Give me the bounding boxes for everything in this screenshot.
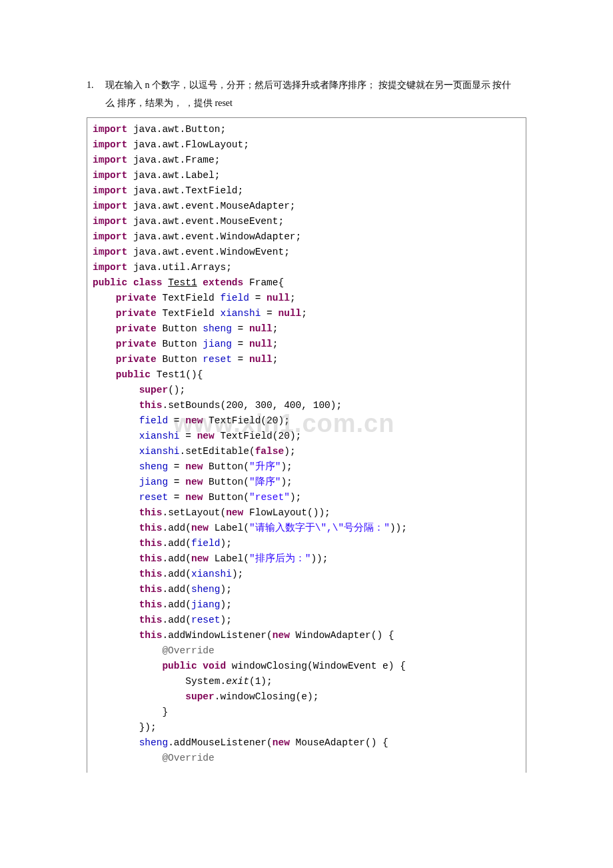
field-name: sheng	[139, 461, 169, 472]
code-text: });	[139, 722, 157, 733]
code-text: ();	[168, 385, 185, 395]
field-name: xianshi	[139, 446, 180, 457]
code-text: FlowLayout());	[243, 507, 330, 518]
kw-import: import	[93, 185, 127, 196]
field-name: jiang	[139, 477, 169, 487]
code-text: Button	[157, 354, 203, 365]
kw-public: public	[162, 661, 197, 671]
annotation: @Override	[162, 645, 214, 656]
code-text: }	[162, 707, 168, 717]
kw-new: new	[273, 630, 290, 641]
kw-import: import	[93, 262, 127, 273]
code-text: java.awt.event.MouseEvent;	[127, 216, 284, 227]
code-text: WindowAdapter() {	[290, 630, 394, 641]
kw-extends: extends	[203, 277, 243, 288]
field-name: sheng	[203, 323, 232, 334]
code-text: ;	[273, 339, 279, 349]
code-text: ;	[273, 354, 279, 365]
kw-private: private	[116, 308, 157, 319]
document-page: 1.现在输入 n 个数字，以逗号，分开；然后可选择升或者降序排序； 按提交键就在…	[0, 0, 613, 806]
code-text: java.awt.event.WindowAdapter;	[127, 231, 301, 242]
code-text: =	[232, 354, 249, 365]
kw-new: new	[185, 461, 203, 472]
field-name: xianshi	[191, 569, 232, 579]
field-name: jiang	[191, 599, 221, 610]
kw-new: new	[191, 553, 209, 564]
kw-new: new	[185, 415, 203, 426]
annotation: @Override	[162, 753, 214, 763]
code-block: import java.awt.Button; import java.awt.…	[87, 117, 526, 773]
code-text: =	[232, 323, 249, 334]
code-text: .add(	[162, 538, 191, 549]
question-line2: 么 排序，结果为， ，提供 reset	[87, 98, 233, 108]
kw-import: import	[93, 155, 127, 165]
kw-this: this	[139, 553, 163, 564]
field-name: reset	[191, 615, 221, 625]
code-text: TextField	[157, 293, 221, 303]
code-text: ;	[273, 323, 279, 334]
code-text: java.awt.TextField;	[127, 185, 243, 196]
code-text: Button(	[203, 461, 249, 472]
kw-import: import	[93, 247, 127, 257]
kw-private: private	[116, 339, 157, 349]
code-text: =	[168, 477, 185, 487]
kw-import: import	[93, 139, 127, 150]
kw-this: this	[139, 400, 163, 411]
kw-new: new	[197, 431, 215, 441]
code-text: .add(	[162, 615, 191, 625]
string-literal: "降序"	[249, 477, 281, 487]
code-text: java.awt.event.WindowEvent;	[127, 247, 290, 257]
code-text: .add(	[162, 553, 191, 564]
kw-null: null	[249, 323, 273, 334]
code-text: java.awt.event.MouseAdapter;	[127, 201, 295, 211]
code-text: (1);	[249, 676, 273, 687]
question-text: 1.现在输入 n 个数字，以逗号，分开；然后可选择升或者降序排序； 按提交键就在…	[87, 77, 526, 112]
code-text: =	[249, 293, 267, 303]
code-text: java.util.Arrays;	[127, 262, 232, 273]
kw-new: new	[226, 507, 243, 518]
code-text: Test1(){	[151, 369, 203, 380]
question-line1: 现在输入 n 个数字，以逗号，分开；然后可选择升或者降序排序； 按提交键就在另一…	[105, 80, 511, 90]
code-text: =	[180, 431, 197, 441]
kw-this: this	[139, 569, 163, 579]
code-text: .add(	[162, 584, 191, 595]
kw-class: class	[133, 277, 163, 288]
code-text: Button	[157, 339, 203, 349]
code-text: ));	[390, 523, 407, 533]
code-text: java.awt.Frame;	[127, 155, 220, 165]
kw-null: null	[249, 339, 273, 349]
code-text: java.awt.Button;	[127, 124, 226, 135]
code-text: );	[220, 615, 231, 625]
kw-new: new	[185, 477, 203, 487]
kw-super: super	[139, 385, 169, 395]
code-text: .add(	[162, 599, 191, 610]
code-text: =	[261, 308, 278, 319]
kw-this: this	[139, 523, 163, 533]
field-name: reset	[203, 354, 232, 365]
code-text: Button(	[203, 492, 249, 503]
code-text: .windowClosing(e);	[215, 691, 319, 702]
code-text: );	[284, 446, 295, 457]
code-text: );	[220, 538, 231, 549]
kw-this: this	[139, 584, 163, 595]
kw-import: import	[93, 170, 127, 181]
kw-this: this	[139, 615, 163, 625]
code-text: =	[168, 461, 185, 472]
kw-super: super	[185, 691, 215, 702]
kw-this: this	[139, 538, 163, 549]
code-text: TextField(20);	[215, 431, 302, 441]
code-text: MouseAdapter() {	[290, 737, 388, 748]
code-text: );	[281, 477, 292, 487]
field-name: sheng	[191, 584, 221, 595]
kw-null: null	[267, 293, 290, 303]
code-text: );	[281, 461, 292, 472]
code-text: =	[168, 415, 185, 426]
field-name: field	[139, 415, 169, 426]
kw-import: import	[93, 231, 127, 242]
kw-this: this	[139, 599, 163, 610]
code-text: System.	[185, 676, 226, 687]
kw-this: this	[139, 630, 163, 641]
code-text: Button	[157, 323, 203, 334]
kw-new: new	[191, 523, 209, 533]
code-text: .setEditable(	[180, 446, 255, 457]
